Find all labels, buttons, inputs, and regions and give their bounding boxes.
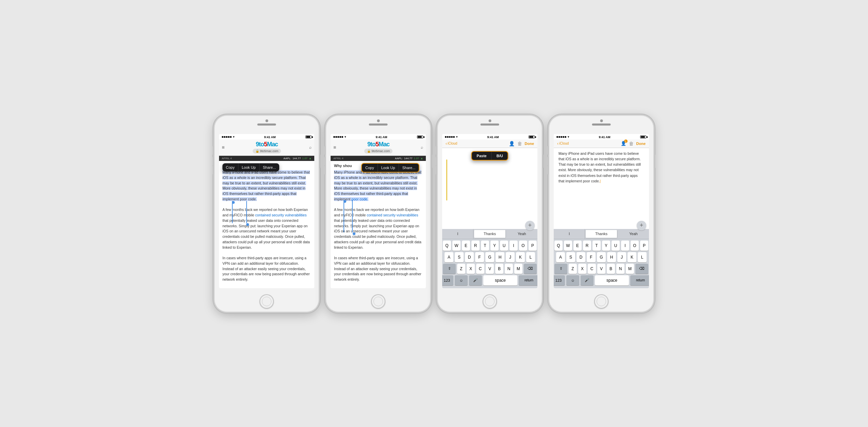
key-t-4[interactable]: T bbox=[592, 241, 601, 251]
home-button-1[interactable] bbox=[260, 294, 274, 309]
key-y-3[interactable]: Y bbox=[490, 241, 499, 251]
key-123-4[interactable]: 123 bbox=[554, 275, 565, 285]
key-l-4[interactable]: L bbox=[638, 252, 647, 262]
key-n-3[interactable]: N bbox=[505, 264, 513, 274]
key-v-4[interactable]: V bbox=[597, 264, 605, 274]
trash-icon-3[interactable]: 🗑 bbox=[517, 141, 522, 146]
key-123-3[interactable]: 123 bbox=[442, 275, 453, 285]
key-s-4[interactable]: S bbox=[566, 252, 575, 262]
key-x-4[interactable]: X bbox=[578, 264, 586, 274]
key-k-3[interactable]: K bbox=[516, 252, 525, 262]
notes-content-4[interactable]: Many iPhone and iPad users have come to … bbox=[554, 148, 649, 187]
url-bar-2[interactable]: 🔒 9to5mac.com bbox=[364, 149, 393, 153]
key-space-3[interactable]: space bbox=[483, 275, 517, 285]
key-x-3[interactable]: X bbox=[467, 264, 475, 274]
key-a-3[interactable]: A bbox=[445, 252, 453, 262]
key-y-4[interactable]: Y bbox=[602, 241, 610, 251]
key-j-3[interactable]: J bbox=[506, 252, 515, 262]
link-text-1[interactable]: contained security vulnerabilities bbox=[255, 213, 306, 217]
key-i-4[interactable]: I bbox=[621, 241, 629, 251]
key-l-3[interactable]: L bbox=[526, 252, 535, 262]
key-h-3[interactable]: H bbox=[496, 252, 504, 262]
key-w-4[interactable]: W bbox=[564, 241, 572, 251]
notes-back-4[interactable]: ‹ iCloud bbox=[557, 141, 569, 146]
key-r-4[interactable]: R bbox=[583, 241, 591, 251]
done-button-3[interactable]: Done bbox=[525, 142, 534, 146]
share-button-1[interactable]: Share... bbox=[260, 163, 280, 171]
key-mic-4[interactable]: 🎤 bbox=[581, 275, 594, 285]
key-u-3[interactable]: U bbox=[500, 241, 508, 251]
key-k-4[interactable]: K bbox=[628, 252, 636, 262]
copy-button-1[interactable]: Copy bbox=[222, 163, 238, 171]
add-button-4[interactable]: + bbox=[637, 221, 646, 230]
key-return-3[interactable]: return bbox=[519, 275, 537, 285]
key-e-4[interactable]: E bbox=[573, 241, 582, 251]
lookup-button-2[interactable]: Look Up bbox=[378, 164, 399, 172]
key-s-3[interactable]: S bbox=[455, 252, 464, 262]
suggestion-yeah-4[interactable]: Yeah bbox=[618, 229, 649, 239]
suggestion-thanks-4[interactable]: Thanks bbox=[586, 230, 617, 238]
key-emoji-3[interactable]: ☺ bbox=[455, 275, 468, 285]
link-text-2[interactable]: contained security vulnerabilities bbox=[367, 213, 418, 217]
key-return-4[interactable]: return bbox=[630, 275, 649, 285]
key-emoji-4[interactable]: ☺ bbox=[566, 275, 579, 285]
person-icon-4[interactable]: 👤1 bbox=[621, 141, 626, 146]
key-b-3[interactable]: B bbox=[495, 264, 503, 274]
suggestion-thanks-3[interactable]: Thanks bbox=[474, 230, 505, 238]
home-button-4[interactable] bbox=[594, 294, 608, 309]
key-mic-3[interactable]: 🎤 bbox=[469, 275, 482, 285]
home-button-2[interactable] bbox=[371, 294, 385, 309]
search-icon-2[interactable]: ⌕ bbox=[421, 145, 423, 150]
paste-button-3[interactable]: Paste bbox=[472, 152, 491, 160]
key-a-4[interactable]: A bbox=[556, 252, 565, 262]
key-v-3[interactable]: V bbox=[486, 264, 494, 274]
safari-menu-icon-2[interactable]: ≡ bbox=[333, 145, 336, 150]
key-m-4[interactable]: M bbox=[626, 264, 634, 274]
search-icon-1[interactable]: ⌕ bbox=[309, 145, 312, 150]
key-q-3[interactable]: Q bbox=[443, 241, 451, 251]
biu-button-3[interactable]: B/U bbox=[492, 152, 508, 160]
done-button-4[interactable]: Done bbox=[636, 142, 646, 146]
key-shift-3[interactable]: ⇧ bbox=[443, 264, 456, 274]
key-t-3[interactable]: T bbox=[481, 241, 489, 251]
notes-empty-area-3[interactable] bbox=[442, 154, 537, 209]
person-icon-3[interactable]: 👤 bbox=[509, 141, 515, 146]
key-backspace-3[interactable]: ⌫ bbox=[524, 264, 537, 274]
key-p-4[interactable]: P bbox=[640, 241, 648, 251]
key-d-4[interactable]: D bbox=[577, 252, 585, 262]
key-r-3[interactable]: R bbox=[471, 241, 480, 251]
key-shift-4[interactable]: ⇧ bbox=[554, 264, 567, 274]
home-button-3[interactable] bbox=[483, 294, 497, 309]
safari-menu-icon-1[interactable]: ≡ bbox=[222, 145, 224, 150]
key-e-3[interactable]: E bbox=[462, 241, 470, 251]
key-c-4[interactable]: C bbox=[588, 264, 596, 274]
add-button-3[interactable]: + bbox=[525, 221, 535, 230]
key-z-4[interactable]: Z bbox=[569, 264, 577, 274]
key-g-3[interactable]: G bbox=[485, 252, 494, 262]
key-o-3[interactable]: O bbox=[519, 241, 527, 251]
key-f-4[interactable]: F bbox=[587, 252, 596, 262]
key-f-3[interactable]: F bbox=[475, 252, 484, 262]
key-u-4[interactable]: U bbox=[612, 241, 620, 251]
suggestion-i-3[interactable]: I bbox=[442, 229, 473, 239]
suggestion-i-4[interactable]: I bbox=[554, 229, 585, 239]
key-g-4[interactable]: G bbox=[597, 252, 606, 262]
key-q-4[interactable]: Q bbox=[554, 241, 563, 251]
key-w-3[interactable]: W bbox=[452, 241, 461, 251]
suggestion-yeah-3[interactable]: Yeah bbox=[506, 229, 537, 239]
trash-icon-4[interactable]: 🗑 bbox=[629, 141, 634, 146]
url-bar-1[interactable]: 🔒 9to5mac.com bbox=[253, 149, 281, 153]
key-b-4[interactable]: B bbox=[607, 264, 615, 274]
key-i-3[interactable]: I bbox=[510, 241, 518, 251]
lookup-button-1[interactable]: Look Up bbox=[238, 163, 260, 171]
share-button-2[interactable]: Share... bbox=[399, 164, 419, 172]
key-n-4[interactable]: N bbox=[616, 264, 624, 274]
key-c-3[interactable]: C bbox=[476, 264, 484, 274]
key-h-4[interactable]: H bbox=[607, 252, 616, 262]
key-j-4[interactable]: J bbox=[617, 252, 626, 262]
key-z-3[interactable]: Z bbox=[457, 264, 465, 274]
key-p-3[interactable]: P bbox=[529, 241, 537, 251]
key-space-4[interactable]: space bbox=[595, 275, 629, 285]
key-m-3[interactable]: M bbox=[514, 264, 522, 274]
key-backspace-4[interactable]: ⌫ bbox=[635, 264, 648, 274]
